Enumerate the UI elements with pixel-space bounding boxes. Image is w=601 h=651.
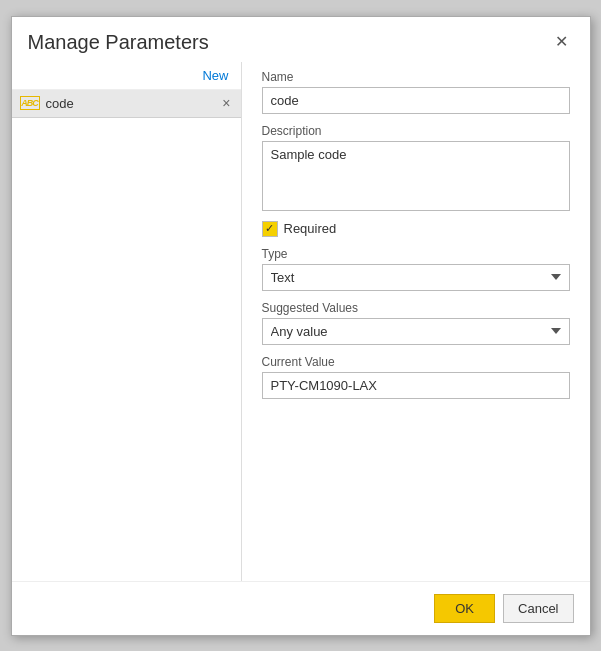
suggested-values-label: Suggested Values [262, 301, 570, 315]
left-panel: New ABC code × [12, 62, 242, 581]
suggested-values-select[interactable]: Any value List of values [262, 318, 570, 345]
name-label: Name [262, 70, 570, 84]
name-input[interactable] [262, 87, 570, 114]
new-parameter-button[interactable]: New [198, 66, 232, 85]
parameter-list-item[interactable]: ABC code × [12, 90, 241, 118]
dialog-title: Manage Parameters [28, 31, 209, 54]
dialog-footer: OK Cancel [12, 581, 590, 635]
name-field-group: Name [262, 70, 570, 114]
parameter-type-icon: ABC [20, 96, 40, 110]
suggested-values-field-group: Suggested Values Any value List of value… [262, 301, 570, 345]
cancel-button[interactable]: Cancel [503, 594, 573, 623]
description-input[interactable]: Sample code [262, 141, 570, 211]
dialog-body: New ABC code × Name Description Sample c… [12, 62, 590, 581]
type-label: Type [262, 247, 570, 261]
required-checkbox-row[interactable]: ✓ Required [262, 221, 570, 237]
current-value-label: Current Value [262, 355, 570, 369]
current-value-input[interactable] [262, 372, 570, 399]
required-checkbox[interactable]: ✓ [262, 221, 278, 237]
close-button[interactable]: ✕ [549, 32, 574, 52]
left-panel-header: New [12, 62, 241, 90]
ok-button[interactable]: OK [434, 594, 495, 623]
checkmark-icon: ✓ [265, 223, 274, 234]
description-label: Description [262, 124, 570, 138]
required-label: Required [284, 221, 337, 236]
description-field-group: Description Sample code [262, 124, 570, 211]
parameter-name-label: code [46, 96, 221, 111]
manage-parameters-dialog: Manage Parameters ✕ New ABC code × Name [11, 16, 591, 636]
current-value-field-group: Current Value [262, 355, 570, 399]
type-field-group: Type Text Number Date Date/Time Duration… [262, 247, 570, 291]
right-panel: Name Description Sample code ✓ Required … [242, 62, 590, 581]
type-select[interactable]: Text Number Date Date/Time Duration True… [262, 264, 570, 291]
title-bar: Manage Parameters ✕ [12, 17, 590, 62]
delete-parameter-button[interactable]: × [220, 96, 232, 110]
